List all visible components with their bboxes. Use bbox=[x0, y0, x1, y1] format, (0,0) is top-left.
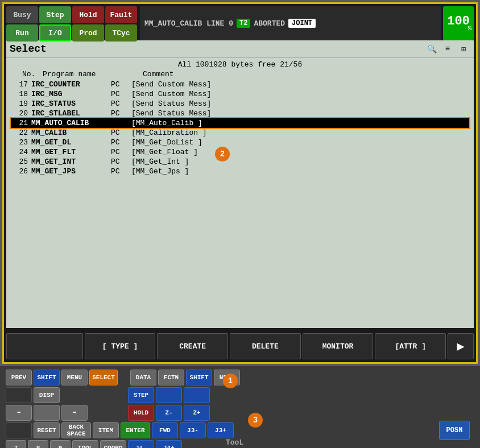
row-comment: [MM_Calibration ] bbox=[131, 128, 469, 137]
key-reset[interactable]: RESET bbox=[34, 422, 60, 438]
key-fwd[interactable]: FWD bbox=[152, 422, 178, 438]
row-type: PC bbox=[111, 80, 131, 89]
monitor-button[interactable]: MONITOR bbox=[303, 333, 374, 359]
table-row[interactable]: 26 MM_GET_JPS PC [MM_Get_Jps ] bbox=[11, 167, 469, 176]
key-⬅[interactable]: ⬅ bbox=[6, 405, 32, 421]
table-row[interactable]: 18 IRC_MSG PC [Send Custom Mess] bbox=[11, 89, 469, 99]
step-btn[interactable]: Step bbox=[39, 6, 71, 23]
key-enter[interactable]: ENTER bbox=[121, 422, 150, 438]
row-type: PC bbox=[111, 167, 131, 176]
table-row[interactable]: 20 IRC_STLABEL PC [Send Status Mess] bbox=[11, 109, 469, 118]
col-type-header bbox=[122, 70, 143, 78]
keyboard-area: PREVSHIFTMENUSELECTDATAFCTNSHIFTNEXTDISP… bbox=[0, 366, 480, 448]
key-prev[interactable]: PREV bbox=[6, 370, 32, 385]
key-shift[interactable]: SHIFT bbox=[34, 370, 60, 385]
key-item[interactable]: ITEM bbox=[93, 422, 119, 438]
grid-icon[interactable]: ⊞ bbox=[457, 43, 470, 55]
key-➡[interactable]: ➡ bbox=[61, 405, 88, 421]
row-type: PC bbox=[111, 90, 131, 98]
fault-btn[interactable]: Fault bbox=[105, 6, 137, 23]
row-comment: [Send Custom Mess] bbox=[131, 80, 469, 89]
prod-btn[interactable]: Prod bbox=[72, 24, 104, 42]
key-step[interactable]: STEP bbox=[128, 387, 154, 403]
row-name: IRC_MSG bbox=[31, 90, 111, 98]
row-number: 22 bbox=[11, 128, 31, 137]
key-menu[interactable]: MENU bbox=[61, 370, 88, 385]
key-j1y[interactable] bbox=[184, 387, 210, 403]
row-type: PC bbox=[111, 148, 131, 156]
key-tool[interactable]: TOOL bbox=[72, 440, 98, 448]
row-comment: [MM_Get_DoList ] bbox=[131, 138, 469, 147]
key-disp[interactable]: DISP bbox=[34, 387, 60, 403]
key-j1x[interactable] bbox=[156, 387, 182, 403]
hold-btn[interactable]: Hold bbox=[72, 6, 104, 23]
keyboard: PREVSHIFTMENUSELECTDATAFCTNSHIFTNEXTDISP… bbox=[6, 370, 474, 448]
row-comment: [MM_Get_Float ] bbox=[131, 148, 469, 156]
key-back-space[interactable]: BACK SPACE bbox=[61, 422, 91, 438]
key-arrow-up[interactable] bbox=[34, 405, 60, 421]
badge-1: 1 bbox=[223, 374, 238, 388]
row-name: MM_GET_FLT bbox=[31, 148, 111, 156]
run-btn[interactable]: Run bbox=[6, 24, 38, 42]
status-buttons: Busy Step Hold Fault Run I/O Prod TCyc bbox=[6, 6, 137, 40]
create-button[interactable]: CREATE bbox=[157, 333, 228, 359]
key-9[interactable]: 9 bbox=[50, 440, 71, 448]
table-row[interactable]: 22 MM_CALIB PC [MM_Calibration ] bbox=[11, 128, 469, 138]
key-j3+[interactable]: J3+ bbox=[208, 422, 234, 438]
key-fctn[interactable]: FCTN bbox=[158, 370, 184, 385]
list-icon[interactable]: ≡ bbox=[441, 43, 454, 55]
key-j4-[interactable]: J4- bbox=[128, 440, 154, 448]
grid-menu-button[interactable] bbox=[6, 333, 83, 359]
table-row[interactable]: 23 MM_GET_DL PC [MM_Get_DoList ] bbox=[11, 138, 469, 147]
key-j3-[interactable]: J3- bbox=[180, 422, 206, 438]
col-name-header: Program name bbox=[43, 70, 122, 78]
row-number: 26 bbox=[11, 167, 31, 176]
header-icons: 🔍 ≡ ⊞ bbox=[425, 43, 470, 55]
tag-joint: JOINT bbox=[288, 19, 316, 28]
attr-button[interactable]: [ATTR ] bbox=[375, 333, 446, 359]
row-comment: [MM_Get_Int ] bbox=[131, 157, 469, 166]
posn-button[interactable]: POSN bbox=[439, 421, 470, 440]
key-8[interactable]: 8 bbox=[28, 440, 48, 448]
key-j4+[interactable]: J4+ bbox=[156, 440, 182, 448]
key-imark[interactable] bbox=[6, 387, 32, 403]
table-row[interactable]: 17 IRC_COUNTER PC [Send Custom Mess] bbox=[11, 80, 469, 89]
type-button[interactable]: [ TYPE ] bbox=[85, 333, 156, 359]
next-arrow-button[interactable]: ▶ bbox=[448, 333, 474, 359]
badge-3: 3 bbox=[248, 413, 263, 428]
col-comment-header: Comment bbox=[143, 70, 469, 78]
key-select[interactable]: SELECT bbox=[89, 370, 118, 385]
row-number: 17 bbox=[11, 80, 31, 89]
table-row[interactable]: 21 MM_AUTO_CALIB [MM_Auto_Calib ] bbox=[11, 118, 469, 128]
column-headers: No. Program name Comment bbox=[11, 70, 469, 78]
key-z+[interactable]: Z+ bbox=[184, 405, 210, 421]
info-row: All 1001928 bytes free 21/56 bbox=[11, 60, 469, 69]
table-row[interactable]: 25 MM_GET_INT PC [MM_Get_Int ] bbox=[11, 157, 469, 167]
row-comment: [Send Status Mess] bbox=[131, 99, 469, 108]
key-data[interactable]: DATA bbox=[130, 370, 156, 385]
table-row[interactable]: 19 IRC_STATUS PC [Send Status Mess] bbox=[11, 99, 469, 109]
row-comment: [MM_Get_Jps ] bbox=[131, 167, 469, 176]
row-name: IRC_COUNTER bbox=[31, 80, 111, 89]
busy-btn[interactable]: Busy bbox=[6, 6, 38, 23]
table-row[interactable]: 24 MM_GET_FLT PC [MM_Get_Float ] bbox=[11, 147, 469, 157]
row-name: MM_GET_INT bbox=[31, 157, 111, 166]
zoom-icon[interactable]: 🔍 bbox=[425, 43, 438, 55]
main-frame: Busy Step Hold Fault Run I/O Prod TCyc M… bbox=[2, 2, 478, 364]
row-type: PC bbox=[111, 99, 131, 108]
row-comment: [Send Custom Mess] bbox=[131, 90, 469, 98]
tcyc-btn[interactable]: TCyc bbox=[105, 24, 137, 42]
select-header: Select 🔍 ≡ ⊞ bbox=[6, 40, 474, 58]
row-type: PC bbox=[111, 157, 131, 166]
key-7[interactable]: 7 bbox=[6, 440, 26, 448]
key-hold[interactable]: HOLD bbox=[128, 405, 154, 421]
key-off-on[interactable] bbox=[6, 422, 32, 438]
row-number: 23 bbox=[11, 138, 31, 147]
select-title: Select bbox=[10, 43, 47, 55]
delete-button[interactable]: DELETE bbox=[230, 333, 301, 359]
key-z-[interactable]: Z- bbox=[156, 405, 182, 421]
key-coord[interactable]: COORD bbox=[100, 440, 126, 448]
key-shift[interactable]: SHIFT bbox=[186, 370, 212, 385]
status-bar: Busy Step Hold Fault Run I/O Prod TCyc M… bbox=[4, 4, 476, 40]
io-btn[interactable]: I/O bbox=[39, 24, 71, 42]
